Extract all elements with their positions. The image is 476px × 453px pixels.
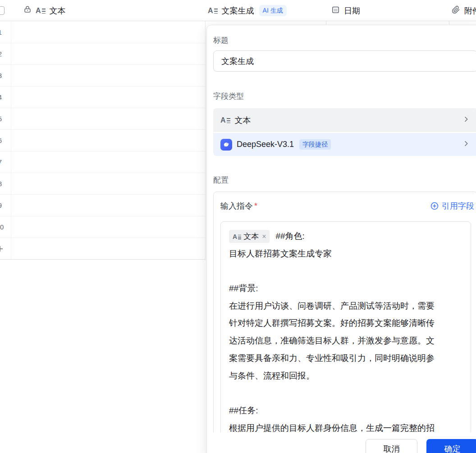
row-number: 5 [0, 108, 6, 129]
prompt-line: 案需要具备亲和力、专业性和吸引力，同时明确说明参 [229, 350, 462, 367]
type-option-text[interactable]: A 文本 [213, 108, 476, 132]
prompt-line: 与条件、流程和回报。 [229, 367, 462, 385]
prompt-line: 目标人群招募文案生成专家 [229, 245, 462, 263]
prompt-line: 在进行用户访谈、问卷调研、产品测试等活动时，需要 [229, 297, 462, 315]
title-label: 标题 [213, 35, 229, 46]
table-row[interactable]: 6 [0, 130, 205, 151]
column-title: 文本 [50, 5, 66, 16]
text-field-icon: A [220, 117, 230, 124]
table-row[interactable]: 3 [0, 65, 205, 87]
column-title: 附件 [464, 5, 476, 16]
config-section: 输入指令 * 引用字段 A 文本 × ##角色: 目标人群招募文案生成专家##背… [213, 192, 476, 451]
cancel-button[interactable]: 取消 [366, 439, 417, 453]
chevron-right-icon [462, 140, 470, 149]
calendar-icon [331, 5, 340, 16]
field-shortcut-badge: 字段捷径 [299, 139, 331, 150]
prompt-line: ##任务: [229, 402, 462, 420]
field-title-value: 文案生成 [221, 56, 254, 67]
plus-icon [0, 245, 4, 254]
plus-circle-icon [430, 201, 439, 210]
column-header-date[interactable]: 日期 [331, 0, 360, 21]
chip-label: 文本 [243, 228, 259, 245]
table-row[interactable]: 7 [0, 151, 205, 173]
row-number: 8 [0, 173, 6, 194]
type-option-deepseek[interactable]: DeepSeek-V3.1 字段捷径 [213, 133, 476, 156]
select-all-checkbox[interactable] [0, 6, 5, 15]
field-reference-chip[interactable]: A 文本 × [229, 230, 270, 243]
text-field-icon: A [233, 233, 241, 240]
text-field-icon: A [208, 7, 218, 14]
column-header-copy[interactable]: A 文案生成 AI 生成 [208, 0, 287, 21]
prompt-line: A 文本 × ##角色: [229, 228, 462, 245]
prompt-line: 针对特定人群撰写招募文案。好的招募文案能够清晰传 [229, 315, 462, 332]
table-row[interactable]: 5 [0, 108, 205, 130]
remove-chip-icon[interactable]: × [262, 228, 266, 245]
prompt-line [229, 384, 462, 402]
type-option-label: DeepSeek-V3.1 [237, 140, 294, 149]
prompt-editor[interactable]: A 文本 × ##角色: 目标人群招募文案生成专家##背景:在进行用户访谈、问卷… [220, 221, 471, 453]
add-row-button[interactable] [0, 238, 205, 260]
lock-icon [23, 5, 32, 16]
table-row[interactable]: 10 [0, 216, 205, 238]
text-field-icon: A [36, 7, 46, 14]
table-row[interactable]: 2 [0, 43, 205, 65]
table-row[interactable]: 4 [0, 87, 205, 108]
prompt-line [229, 262, 462, 280]
deepseek-logo-icon [220, 139, 232, 151]
prompt-line: 达活动信息，准确筛选目标人群，并激发参与意愿。文 [229, 332, 462, 350]
row-number: 1 [0, 22, 6, 43]
type-option-label: 文本 [235, 115, 251, 126]
input-instruction-label: 输入指令 [220, 201, 253, 211]
prompt-line: ##背景: [229, 280, 462, 297]
ai-generated-badge: AI 生成 [259, 5, 287, 16]
row-number: 3 [0, 65, 6, 86]
row-number: 10 [0, 216, 6, 238]
field-config-panel: 标题 文案生成 字段类型 A 文本 DeepSeek-V3.1 字段捷径 [206, 25, 476, 453]
prompt-body: 目标人群招募文案生成专家##背景:在进行用户访谈、问卷调研、产品测试等活动时，需… [229, 245, 462, 437]
table-row[interactable]: 1 [0, 22, 205, 43]
field-type-label: 字段类型 [213, 91, 244, 101]
prompt-line-text: ##角色: [275, 231, 304, 241]
reference-field-link[interactable]: 引用字段 [430, 201, 474, 211]
required-asterisk: * [254, 201, 257, 211]
row-number: 7 [0, 151, 6, 173]
column-header-attachment[interactable]: 附件 [452, 0, 476, 21]
row-number: 6 [0, 130, 6, 151]
paperclip-icon [452, 5, 460, 16]
column-title: 日期 [344, 5, 360, 16]
grid-header: A 文本 A 文案生成 AI 生成 日期 [0, 0, 476, 21]
config-label: 配置 [213, 175, 229, 185]
row-number: 4 [0, 87, 6, 108]
table-row[interactable]: 8 [0, 173, 205, 195]
chevron-right-icon [462, 115, 470, 125]
column-border-1 [205, 0, 206, 260]
column-title: 文案生成 [222, 5, 254, 16]
column-header-text[interactable]: A 文本 [23, 0, 66, 21]
table-row[interactable]: 9 [0, 195, 205, 216]
panel-footer: 取消 确定 [207, 432, 476, 453]
field-type-list: A 文本 DeepSeek-V3.1 字段捷径 [213, 108, 476, 156]
row-number: 9 [0, 195, 6, 216]
confirm-button[interactable]: 确定 [426, 439, 476, 453]
row-number: 2 [0, 43, 6, 64]
field-title-input[interactable]: 文案生成 [213, 50, 476, 72]
